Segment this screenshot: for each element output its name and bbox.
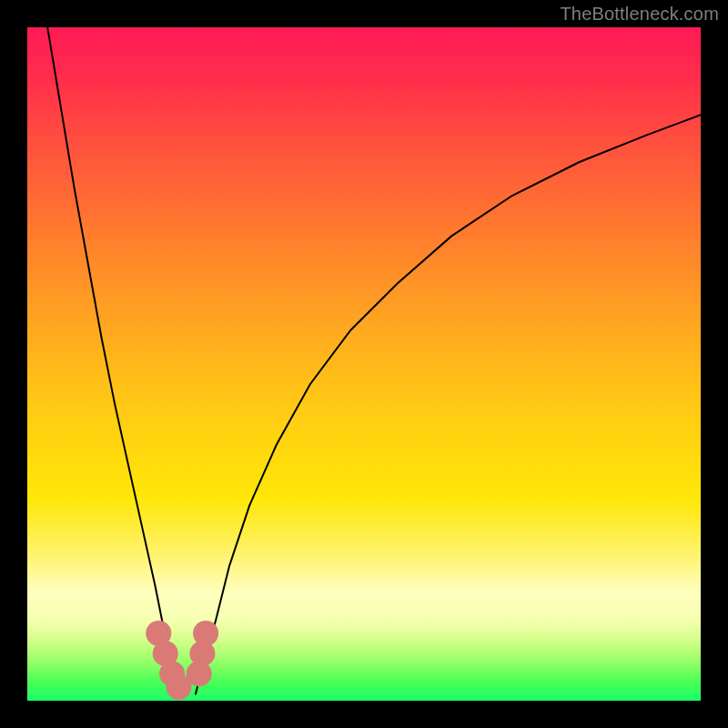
curve-layer (27, 27, 701, 701)
watermark-text: TheBottleneck.com (560, 4, 719, 25)
plot-area (27, 27, 701, 701)
right-curve (196, 115, 701, 693)
marker-cluster (146, 621, 218, 700)
outer-frame: TheBottleneck.com (0, 0, 728, 728)
left-curve (47, 27, 178, 694)
marker-cluster-right-3 (193, 621, 218, 646)
